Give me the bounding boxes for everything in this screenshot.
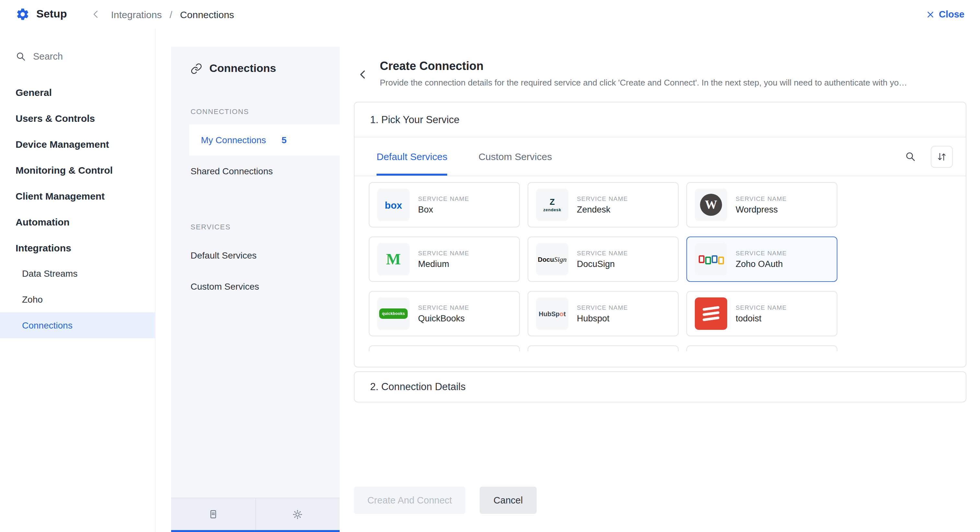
pick-service-card: 1. Pick Your Service Default Services Cu… bbox=[354, 102, 966, 367]
service-card-partial[interactable] bbox=[528, 345, 679, 351]
cancel-button[interactable]: Cancel bbox=[480, 487, 537, 514]
service-name-label: SERVICE NAME bbox=[418, 249, 469, 257]
service-name-label: SERVICE NAME bbox=[736, 304, 787, 311]
panel-heading-services: SERVICES bbox=[191, 223, 340, 231]
service-name: Hubspot bbox=[577, 314, 628, 323]
my-connections-count: 5 bbox=[282, 135, 287, 145]
service-name: Medium bbox=[418, 259, 469, 269]
panel-title: Connections bbox=[209, 62, 276, 75]
main-content: Create Connection Provide the connection… bbox=[340, 29, 980, 532]
search-icon bbox=[905, 151, 916, 162]
create-and-connect-button[interactable]: Create And Connect bbox=[354, 487, 465, 514]
sidebar-item-device-management[interactable]: Device Management bbox=[0, 131, 155, 157]
link-icon bbox=[191, 63, 202, 75]
todoist-logo-icon bbox=[695, 297, 727, 330]
page-title: Create Connection bbox=[380, 60, 979, 73]
services-tabs: Default Services Custom Services bbox=[355, 137, 966, 176]
panel-accent-bar bbox=[171, 530, 340, 532]
panel-item-label: Default Services bbox=[191, 250, 257, 260]
sort-icon bbox=[936, 151, 948, 162]
tab-default-services[interactable]: Default Services bbox=[377, 137, 447, 176]
setup-app: Setup Integrations / Connections Close bbox=[0, 0, 980, 532]
breadcrumb-back-button[interactable] bbox=[89, 7, 103, 21]
panel-item-custom-services[interactable]: Custom Services bbox=[171, 271, 340, 302]
service-name: QuickBooks bbox=[418, 314, 469, 323]
sidebar-item-zoho[interactable]: Zoho bbox=[0, 286, 155, 312]
panel-item-label: My Connections bbox=[201, 135, 266, 145]
wordpress-logo-icon: W bbox=[695, 189, 727, 221]
back-button[interactable] bbox=[354, 65, 372, 83]
service-card-zoho-oauth[interactable]: SERVICE NAME Zoho OAuth bbox=[686, 237, 837, 282]
topbar: Setup Integrations / Connections Close bbox=[0, 0, 980, 29]
page-subtitle: Provide the connection details for the r… bbox=[380, 78, 979, 87]
gear-icon bbox=[16, 7, 30, 21]
theme-footer-button[interactable] bbox=[256, 498, 340, 530]
breadcrumb-section[interactable]: Integrations bbox=[111, 9, 162, 20]
service-card-wordpress[interactable]: W SERVICE NAME Wordpress bbox=[686, 182, 837, 227]
service-name: Box bbox=[418, 205, 469, 214]
service-card-docusign[interactable]: DocuSign SERVICE NAME DocuSign bbox=[528, 237, 679, 282]
service-name-label: SERVICE NAME bbox=[577, 195, 628, 202]
sidebar-item-integrations[interactable]: Integrations bbox=[0, 235, 155, 260]
close-button[interactable]: Close bbox=[926, 9, 964, 19]
service-name-label: SERVICE NAME bbox=[736, 249, 787, 257]
docusign-logo-icon: DocuSign bbox=[536, 243, 568, 275]
service-card-partial[interactable] bbox=[369, 345, 520, 351]
sidebar-search[interactable] bbox=[0, 45, 155, 67]
service-name-label: SERVICE NAME bbox=[577, 249, 628, 257]
search-input[interactable] bbox=[33, 51, 130, 62]
service-name-label: SERVICE NAME bbox=[418, 304, 469, 311]
step2-title: 2. Connection Details bbox=[355, 371, 481, 402]
zendesk-logo-icon: Zzendesk bbox=[536, 189, 568, 221]
panel-item-label: Shared Connections bbox=[191, 166, 273, 176]
services-grid: box SERVICE NAME Box Zzendesk SERV bbox=[355, 176, 966, 351]
service-name-label: SERVICE NAME bbox=[577, 304, 628, 311]
service-name: Zendesk bbox=[577, 205, 628, 214]
service-name-label: SERVICE NAME bbox=[418, 195, 469, 202]
breadcrumb-current: Connections bbox=[180, 9, 234, 20]
panel-footer bbox=[171, 498, 340, 530]
panel-item-shared-connections[interactable]: Shared Connections bbox=[171, 156, 340, 187]
chevron-left-icon bbox=[90, 8, 102, 20]
sidebar-item-monitoring-control[interactable]: Monitoring & Control bbox=[0, 157, 155, 183]
service-card-todoist[interactable]: SERVICE NAME todoist bbox=[686, 291, 837, 336]
service-name: Zoho OAuth bbox=[736, 259, 787, 269]
service-card-quickbooks[interactable]: quickbooks SERVICE NAME QuickBooks bbox=[369, 291, 520, 336]
service-card-zendesk[interactable]: Zzendesk SERVICE NAME Zendesk bbox=[528, 182, 679, 227]
panel-heading-connections: CONNECTIONS bbox=[191, 108, 340, 115]
close-icon bbox=[926, 10, 934, 19]
search-icon bbox=[16, 51, 27, 62]
service-card-box[interactable]: box SERVICE NAME Box bbox=[369, 182, 520, 227]
sidebar-item-data-streams[interactable]: Data Streams bbox=[0, 260, 155, 286]
service-card-hubspot[interactable]: HubSpot SERVICE NAME Hubspot bbox=[528, 291, 679, 336]
medium-logo-icon: M bbox=[377, 243, 410, 275]
connections-panel: Connections CONNECTIONS My Connections 5… bbox=[171, 47, 340, 532]
breadcrumb-separator: / bbox=[170, 9, 172, 20]
hubspot-logo-icon: HubSpot bbox=[536, 297, 568, 330]
sidebar-item-client-management[interactable]: Client Management bbox=[0, 183, 155, 209]
notes-footer-button[interactable] bbox=[171, 498, 256, 530]
service-card-partial[interactable] bbox=[686, 345, 837, 351]
brightness-icon bbox=[292, 508, 304, 520]
sidebar-item-users-controls[interactable]: Users & Controls bbox=[0, 105, 155, 131]
step1-title: 1. Pick Your Service bbox=[355, 102, 966, 137]
service-card-medium[interactable]: M SERVICE NAME Medium bbox=[369, 237, 520, 282]
document-icon bbox=[207, 508, 219, 520]
service-sort-button[interactable] bbox=[931, 146, 953, 167]
panel-item-label: Custom Services bbox=[191, 281, 259, 292]
panel-item-default-services[interactable]: Default Services bbox=[171, 240, 340, 271]
app-title: Setup bbox=[36, 8, 67, 21]
app-brand: Setup bbox=[16, 7, 67, 21]
sidebar-item-automation[interactable]: Automation bbox=[0, 209, 155, 235]
connection-details-card[interactable]: 2. Connection Details bbox=[354, 371, 966, 402]
breadcrumb: Integrations / Connections bbox=[89, 7, 234, 21]
form-actions: Create And Connect Cancel bbox=[354, 487, 980, 514]
panel-item-my-connections[interactable]: My Connections 5 bbox=[189, 124, 340, 156]
service-name-label: SERVICE NAME bbox=[736, 195, 787, 202]
tab-custom-services[interactable]: Custom Services bbox=[478, 137, 552, 176]
quickbooks-logo-icon: quickbooks bbox=[377, 297, 410, 330]
service-search-button[interactable] bbox=[900, 146, 922, 167]
sidebar-item-connections[interactable]: Connections bbox=[0, 312, 155, 338]
sidebar-item-general[interactable]: General bbox=[0, 79, 155, 105]
close-label: Close bbox=[939, 9, 964, 19]
